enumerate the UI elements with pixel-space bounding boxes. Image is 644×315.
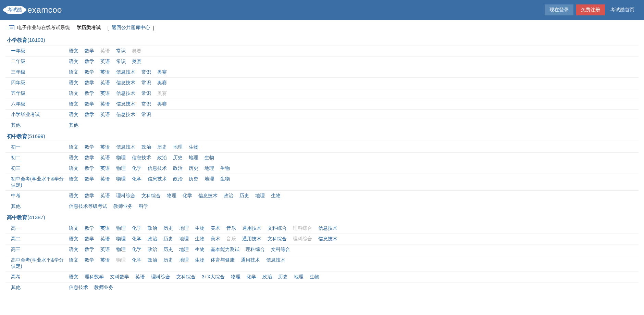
subject-link[interactable]: 语文 (69, 80, 78, 86)
row-label[interactable]: 其他 (5, 201, 69, 212)
row-label[interactable]: 初三 (5, 163, 69, 174)
subject-link[interactable]: 语文 (69, 144, 78, 150)
subject-link[interactable]: 数学 (85, 112, 94, 118)
subject-link[interactable]: 信息技术 (116, 101, 135, 107)
subject-link[interactable]: 常识 (141, 112, 151, 118)
row-label[interactable]: 高考 (5, 272, 69, 282)
subject-link[interactable]: 物理 (116, 155, 126, 161)
subject-link[interactable]: 历史 (173, 155, 183, 161)
row-label[interactable]: 高二 (5, 234, 69, 244)
subject-link[interactable]: 数学 (85, 193, 94, 199)
subject-link[interactable]: 数学 (85, 69, 94, 75)
subject-link[interactable]: 数学 (85, 257, 94, 269)
subject-link[interactable]: 奥赛 (132, 59, 141, 65)
subject-link[interactable]: 数学 (85, 176, 94, 188)
subject-link[interactable]: 数学 (85, 144, 94, 150)
login-button[interactable]: 现在登录 (545, 4, 573, 15)
subject-link[interactable]: 奥赛 (157, 80, 167, 86)
subject-link[interactable]: 文科综合 (268, 225, 287, 231)
row-label[interactable]: 高中会考(学业水平&学分认定) (5, 255, 69, 272)
subject-link[interactable]: 语文 (69, 176, 78, 188)
subject-link[interactable]: 政治 (262, 274, 272, 280)
subject-link[interactable]: 历史 (163, 236, 173, 242)
subject-link[interactable]: 通用技术 (242, 236, 261, 242)
subject-link[interactable]: 物理 (116, 247, 126, 253)
subject-link[interactable]: 信息技术 (132, 155, 151, 161)
row-label[interactable]: 二年级 (5, 56, 69, 67)
subject-link[interactable]: 理科数学 (85, 274, 104, 280)
subject-link[interactable]: 生物 (220, 165, 230, 172)
subject-link[interactable]: 语文 (69, 193, 78, 199)
subject-link[interactable]: 文科综合 (141, 193, 161, 199)
subject-link[interactable]: 数学 (85, 90, 94, 97)
subject-link[interactable]: 理科综合 (116, 193, 135, 199)
subject-link[interactable]: 数学 (85, 225, 94, 231)
main-scroll[interactable]: 电子作业与在线考试系统 学历类考试 [ 返回公共题库中心 ] 小学教育(1819… (0, 20, 644, 315)
subject-link[interactable]: 语文 (69, 101, 78, 107)
subject-link[interactable]: 英语 (100, 193, 110, 199)
subject-link[interactable]: 地理 (255, 193, 265, 199)
subject-link[interactable]: 数学 (85, 59, 94, 65)
subject-link[interactable]: 英语 (135, 274, 145, 280)
subject-link[interactable]: 历史 (157, 144, 167, 150)
subject-link[interactable]: 语文 (69, 225, 78, 231)
subject-link[interactable]: 地理 (294, 274, 304, 280)
subject-link[interactable]: 信息技术 (116, 144, 135, 150)
subject-link[interactable]: 政治 (148, 257, 157, 269)
subject-link[interactable]: 语文 (69, 165, 78, 172)
row-label[interactable]: 高一 (5, 223, 69, 234)
subject-link[interactable]: 物理 (116, 165, 126, 172)
subject-link[interactable]: 化学 (132, 257, 141, 269)
subject-link[interactable]: 信息技术 (116, 112, 135, 118)
subject-link[interactable]: 语文 (69, 155, 78, 161)
subject-link[interactable]: 常识 (141, 90, 151, 97)
subject-link[interactable]: 科学 (139, 203, 148, 210)
subject-link[interactable]: 历史 (163, 257, 173, 269)
row-label[interactable]: 四年级 (5, 78, 69, 88)
row-label[interactable]: 初中会考(学业水平&学分认定) (5, 174, 69, 190)
subject-link[interactable]: 生物 (195, 247, 205, 253)
subject-link[interactable]: 历史 (163, 225, 173, 231)
subject-link[interactable]: 理科综合 (246, 247, 265, 253)
subject-link[interactable]: 地理 (179, 257, 189, 269)
subject-link[interactable]: 理科综合 (151, 274, 170, 280)
subject-link[interactable]: 语文 (69, 48, 78, 54)
subject-link[interactable]: 地理 (179, 225, 189, 231)
subject-link[interactable]: 物理 (231, 274, 240, 280)
subject-link[interactable]: 通用技术 (241, 257, 260, 269)
subject-link[interactable]: 英语 (100, 155, 110, 161)
subject-link[interactable]: 数学 (85, 236, 94, 242)
subject-link[interactable]: 英语 (100, 144, 110, 150)
subject-link[interactable]: 英语 (100, 247, 110, 253)
subject-link[interactable]: 地理 (179, 247, 189, 253)
subject-link[interactable]: 英语 (100, 80, 110, 86)
subject-link[interactable]: 化学 (132, 236, 141, 242)
row-label[interactable]: 中考 (5, 191, 69, 201)
subject-link[interactable]: 化学 (183, 193, 192, 199)
row-label[interactable]: 初一 (5, 142, 69, 152)
subject-link[interactable]: 生物 (205, 155, 214, 161)
subject-link[interactable]: 数学 (85, 155, 94, 161)
subject-link[interactable]: 生物 (271, 193, 281, 199)
subject-link[interactable]: 地理 (179, 236, 189, 242)
subject-link[interactable]: 化学 (132, 176, 141, 188)
subject-link[interactable]: 信息技术 (116, 80, 135, 86)
subject-link[interactable]: 信息技术等级考试 (69, 203, 107, 210)
subject-link[interactable]: 常识 (141, 101, 151, 107)
subject-link[interactable]: 政治 (148, 225, 157, 231)
subject-link[interactable]: 3+X大综合 (202, 274, 225, 280)
subject-link[interactable]: 政治 (224, 193, 233, 199)
subject-link[interactable]: 政治 (148, 236, 157, 242)
subject-link[interactable]: 英语 (100, 101, 110, 107)
subject-link[interactable]: 政治 (148, 247, 157, 253)
subject-link[interactable]: 英语 (100, 236, 110, 242)
section-title[interactable]: 小学教育(18193) (5, 34, 639, 46)
subject-link[interactable]: 英语 (100, 90, 110, 97)
subject-link[interactable]: 信息技术 (116, 69, 135, 75)
subject-link[interactable]: 历史 (239, 193, 249, 199)
row-label[interactable]: 六年级 (5, 99, 69, 109)
subject-link[interactable]: 历史 (163, 247, 173, 253)
subject-link[interactable]: 英语 (100, 225, 110, 231)
subject-link[interactable]: 语文 (69, 274, 78, 280)
subject-link[interactable]: 物理 (116, 225, 126, 231)
